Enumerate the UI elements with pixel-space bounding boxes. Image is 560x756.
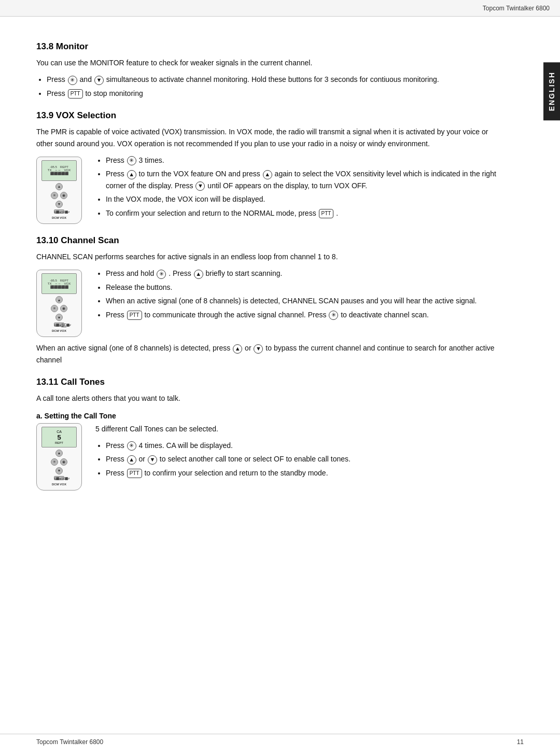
calltone-section-image: CA 5 REPT ▲ ✳ ◉ [36,423,503,491]
ptt-icon: PTT [127,311,142,320]
ptt-icon: PTT [68,89,83,99]
menu-icon: ✳ [68,76,77,85]
sub-a-heading: a. Setting the Call Tone [36,412,503,420]
menu-btn: ✳ [51,192,58,199]
vox-section-image: -95.5REPT TX↔↔VOX ⬛⬛⬛⬛⬛ ▲ [36,155,503,224]
menu-btn: ✳ [51,305,58,312]
down-icon: ▼ [195,181,205,191]
menu-btn: ✳ [51,458,58,466]
menu-icon: ✳ [127,156,136,165]
side-tab-english: ENGLISH [543,62,560,120]
up-btn: ▲ [55,450,63,457]
list-item: Press ▲ to turn the VOX feature ON and p… [106,168,503,191]
ptt-icon: PTT [319,209,334,218]
menu-icon: ✳ [127,441,136,451]
menu-icon: ✳ [329,311,338,320]
device-label-ca: DCM VOX [52,483,66,486]
list-item: Press and hold ✳ . Press ▲ briefly to st… [106,268,503,279]
list-item: Press ▲ or ▼ to select another call tone… [106,453,503,465]
list-item: Press ✳ 4 times. CA will be displayed. [106,440,503,451]
up-icon: ▲ [127,170,136,179]
section-13-9-bullets: Press ✳ 3 times. Press ▲ to turn the VOX… [106,155,503,219]
up-icon: ▲ [127,455,136,465]
up-btn: ▲ [55,296,63,303]
down-icon: ▼ [254,344,263,354]
section-13-8-bullets: Press ✳ and ▼ simultaneous to activate c… [47,74,503,99]
section-13-10-heading: 13.10 Channel Scan [36,235,503,246]
menu-icon: ✳ [157,270,166,279]
section-13-8-heading: 13.8 Monitor [36,41,503,52]
list-item: Press PTT to communicate through the act… [106,309,503,320]
scan-section-image: -95.5REPT TX↔↔VOX ⬛⬛⬛⬛⬛ ▲ [36,268,503,337]
list-item: Press PTT to stop monitoring [47,88,503,99]
ptt-btn-small: ◉ [60,305,67,312]
page: Topcom Twintalker 6800 ENGLISH 13.8 Moni… [0,0,560,756]
footer-left: Topcom Twintalker 6800 [36,738,103,746]
section-13-10-bullets: Press and hold ✳ . Press ▲ briefly to st… [106,268,503,320]
list-item: When an active signal (one of 8 channels… [106,295,503,306]
main-content: 13.8 Monitor You can use the MONITOR fea… [36,41,524,491]
list-item: Release the buttons. [106,282,503,293]
section-13-11-intro: A call tone alerts others that you want … [36,393,503,404]
section-13-10-followup: When an active signal (one of 8 channels… [36,342,503,366]
list-item: To confirm your selection and return to … [106,207,503,219]
calltone-bullets-area: 5 different Call Tones can be selected. … [95,423,503,484]
footer-right: 11 [517,738,524,746]
footer: Topcom Twintalker 6800 11 [0,734,560,746]
list-item: In the VOX mode, the VOX icon will be di… [106,193,503,205]
down-icon: ▼ [94,76,104,85]
down-btn: ▼ [55,467,63,474]
section-13-9-heading: 13.9 VOX Selection [36,110,503,121]
header-title: Topcom Twintalker 6800 [483,5,550,12]
calltone-intro: 5 different Call Tones can be selected. [95,423,503,435]
device-label-sc: DCM VOX [52,329,66,332]
up-icon: ▲ [194,270,203,279]
down-btn: ▼ [55,201,63,208]
device-label-vox: DCM VOX [52,216,66,219]
section-13-8-intro: You can use the MONITOR feature to check… [36,57,503,68]
up-icon: ▲ [233,344,242,354]
list-item: Press ✳ and ▼ simultaneous to activate c… [47,74,503,85]
section-13-10-intro: CHANNEL SCAN performs searches for activ… [36,251,503,262]
header-bar: Topcom Twintalker 6800 [0,0,560,17]
vox-bullets-area: Press ✳ 3 times. Press ▲ to turn the VOX… [95,155,503,224]
ptt-icon: PTT [127,469,142,478]
up-btn: ▲ [55,183,63,190]
section-13-11-bullets: Press ✳ 4 times. CA will be displayed. P… [106,440,503,479]
ptt-btn-small: ◉ [60,458,67,466]
down-btn: ▼ [55,314,63,321]
scan-bullets-area: Press and hold ✳ . Press ▲ briefly to st… [95,268,503,326]
device-vox-image: -95.5REPT TX↔↔VOX ⬛⬛⬛⬛⬛ ▲ [36,157,83,224]
section-13-11-heading: 13.11 Call Tones [36,377,503,387]
device-scan-image: -95.5REPT TX↔↔VOX ⬛⬛⬛⬛⬛ ▲ [36,270,83,337]
up-icon2: ▲ [263,170,272,179]
device-ca-image: CA 5 REPT ▲ ✳ ◉ [36,423,83,491]
list-item: Press PTT to confirm your selection and … [106,467,503,479]
ptt-btn-small: ◉ [60,192,67,199]
down-icon: ▼ [148,455,157,465]
list-item: Press ✳ 3 times. [106,155,503,166]
section-13-9-intro: The PMR is capable of voice activated (V… [36,126,503,149]
